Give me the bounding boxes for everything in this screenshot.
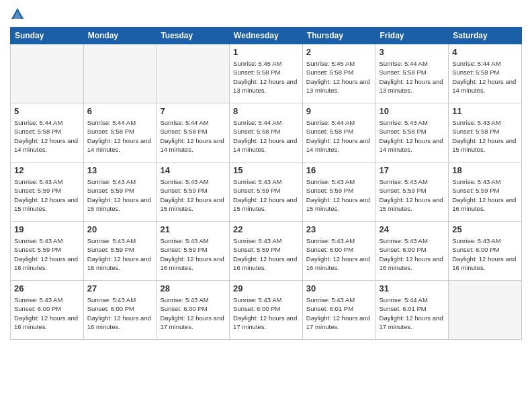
day-info: Sunrise: 5:43 AM Sunset: 5:58 PM Dayligh… <box>380 118 445 154</box>
day-number: 3 <box>380 47 445 57</box>
day-info: Sunrise: 5:43 AM Sunset: 6:00 PM Dayligh… <box>14 295 80 331</box>
day-info: Sunrise: 5:45 AM Sunset: 5:58 PM Dayligh… <box>306 59 372 95</box>
day-number: 27 <box>87 283 153 293</box>
day-info: Sunrise: 5:43 AM Sunset: 6:00 PM Dayligh… <box>306 236 372 272</box>
calendar-cell: 24Sunrise: 5:43 AM Sunset: 6:00 PM Dayli… <box>375 222 449 281</box>
day-info: Sunrise: 5:43 AM Sunset: 5:59 PM Dayligh… <box>14 236 80 272</box>
day-info: Sunrise: 5:44 AM Sunset: 5:58 PM Dayligh… <box>380 59 445 95</box>
day-number: 25 <box>452 224 518 234</box>
day-number: 13 <box>87 165 153 175</box>
week-row-4: 19Sunrise: 5:43 AM Sunset: 5:59 PM Dayli… <box>11 222 522 281</box>
day-info: Sunrise: 5:43 AM Sunset: 5:59 PM Dayligh… <box>233 177 299 213</box>
calendar-cell: 9Sunrise: 5:44 AM Sunset: 5:58 PM Daylig… <box>302 103 375 163</box>
day-info: Sunrise: 5:43 AM Sunset: 6:00 PM Dayligh… <box>233 295 299 331</box>
calendar-cell: 14Sunrise: 5:43 AM Sunset: 5:59 PM Dayli… <box>157 163 230 222</box>
day-number: 8 <box>233 106 299 116</box>
calendar-cell: 1Sunrise: 5:45 AM Sunset: 5:58 PM Daylig… <box>230 44 303 103</box>
day-info: Sunrise: 5:43 AM Sunset: 5:59 PM Dayligh… <box>87 236 153 272</box>
day-number: 16 <box>306 165 372 175</box>
day-info: Sunrise: 5:43 AM Sunset: 6:00 PM Dayligh… <box>160 295 226 331</box>
day-number: 11 <box>452 106 518 116</box>
calendar-cell: 8Sunrise: 5:44 AM Sunset: 5:58 PM Daylig… <box>230 103 303 163</box>
day-number: 20 <box>87 224 153 234</box>
day-header-thursday: Thursday <box>302 28 375 44</box>
day-info: Sunrise: 5:43 AM Sunset: 5:59 PM Dayligh… <box>160 236 226 272</box>
calendar-table: SundayMondayTuesdayWednesdayThursdayFrid… <box>10 27 522 340</box>
calendar-cell <box>449 281 522 340</box>
week-row-2: 5Sunrise: 5:44 AM Sunset: 5:58 PM Daylig… <box>11 103 522 163</box>
day-header-wednesday: Wednesday <box>230 28 303 44</box>
day-number: 14 <box>160 165 226 175</box>
calendar-cell: 26Sunrise: 5:43 AM Sunset: 6:00 PM Dayli… <box>11 281 84 340</box>
day-info: Sunrise: 5:44 AM Sunset: 6:01 PM Dayligh… <box>380 295 445 331</box>
day-info: Sunrise: 5:43 AM Sunset: 5:59 PM Dayligh… <box>233 236 299 272</box>
day-info: Sunrise: 5:43 AM Sunset: 5:58 PM Dayligh… <box>452 118 518 154</box>
day-number: 7 <box>160 106 226 116</box>
day-info: Sunrise: 5:43 AM Sunset: 6:00 PM Dayligh… <box>87 295 153 331</box>
day-info: Sunrise: 5:43 AM Sunset: 6:01 PM Dayligh… <box>306 295 372 331</box>
day-number: 2 <box>306 47 372 57</box>
calendar-cell <box>83 44 157 103</box>
day-number: 24 <box>380 224 445 234</box>
day-info: Sunrise: 5:43 AM Sunset: 5:59 PM Dayligh… <box>160 177 226 213</box>
logo-icon <box>10 7 25 21</box>
calendar-cell: 30Sunrise: 5:43 AM Sunset: 6:01 PM Dayli… <box>302 281 375 340</box>
day-number: 19 <box>14 224 80 234</box>
page-header <box>10 7 522 21</box>
day-number: 4 <box>452 47 518 57</box>
day-header-saturday: Saturday <box>449 28 522 44</box>
logo <box>10 7 28 21</box>
calendar-header-row: SundayMondayTuesdayWednesdayThursdayFrid… <box>11 28 522 44</box>
calendar-cell: 23Sunrise: 5:43 AM Sunset: 6:00 PM Dayli… <box>302 222 375 281</box>
day-info: Sunrise: 5:44 AM Sunset: 5:58 PM Dayligh… <box>14 118 80 154</box>
calendar-cell: 21Sunrise: 5:43 AM Sunset: 5:59 PM Dayli… <box>157 222 230 281</box>
calendar-cell: 22Sunrise: 5:43 AM Sunset: 5:59 PM Dayli… <box>230 222 303 281</box>
calendar-cell: 5Sunrise: 5:44 AM Sunset: 5:58 PM Daylig… <box>11 103 84 163</box>
day-info: Sunrise: 5:44 AM Sunset: 5:58 PM Dayligh… <box>233 118 299 154</box>
calendar-cell: 3Sunrise: 5:44 AM Sunset: 5:58 PM Daylig… <box>375 44 449 103</box>
day-info: Sunrise: 5:43 AM Sunset: 6:00 PM Dayligh… <box>452 236 518 272</box>
day-number: 15 <box>233 165 299 175</box>
day-number: 6 <box>87 106 153 116</box>
calendar-cell: 18Sunrise: 5:43 AM Sunset: 5:59 PM Dayli… <box>449 163 522 222</box>
day-info: Sunrise: 5:45 AM Sunset: 5:58 PM Dayligh… <box>233 59 299 95</box>
day-number: 29 <box>233 283 299 293</box>
calendar-cell: 7Sunrise: 5:44 AM Sunset: 5:58 PM Daylig… <box>157 103 230 163</box>
day-header-friday: Friday <box>375 28 449 44</box>
calendar-cell <box>11 44 84 103</box>
week-row-1: 1Sunrise: 5:45 AM Sunset: 5:58 PM Daylig… <box>11 44 522 103</box>
day-info: Sunrise: 5:44 AM Sunset: 5:58 PM Dayligh… <box>452 59 518 95</box>
calendar-cell: 13Sunrise: 5:43 AM Sunset: 5:59 PM Dayli… <box>83 163 157 222</box>
calendar-cell: 28Sunrise: 5:43 AM Sunset: 6:00 PM Dayli… <box>157 281 230 340</box>
calendar-cell: 25Sunrise: 5:43 AM Sunset: 6:00 PM Dayli… <box>449 222 522 281</box>
day-info: Sunrise: 5:43 AM Sunset: 5:59 PM Dayligh… <box>14 177 80 213</box>
calendar-cell: 17Sunrise: 5:43 AM Sunset: 5:59 PM Dayli… <box>375 163 449 222</box>
day-info: Sunrise: 5:44 AM Sunset: 5:58 PM Dayligh… <box>160 118 226 154</box>
week-row-3: 12Sunrise: 5:43 AM Sunset: 5:59 PM Dayli… <box>11 163 522 222</box>
calendar-cell: 4Sunrise: 5:44 AM Sunset: 5:58 PM Daylig… <box>449 44 522 103</box>
day-number: 26 <box>14 283 80 293</box>
calendar-cell: 19Sunrise: 5:43 AM Sunset: 5:59 PM Dayli… <box>11 222 84 281</box>
day-info: Sunrise: 5:43 AM Sunset: 5:59 PM Dayligh… <box>452 177 518 213</box>
calendar-cell: 6Sunrise: 5:44 AM Sunset: 5:58 PM Daylig… <box>83 103 157 163</box>
day-header-monday: Monday <box>83 28 157 44</box>
day-number: 10 <box>380 106 445 116</box>
calendar-cell <box>157 44 230 103</box>
calendar-cell: 15Sunrise: 5:43 AM Sunset: 5:59 PM Dayli… <box>230 163 303 222</box>
day-number: 17 <box>380 165 445 175</box>
day-number: 22 <box>233 224 299 234</box>
day-header-sunday: Sunday <box>11 28 84 44</box>
calendar-cell: 20Sunrise: 5:43 AM Sunset: 5:59 PM Dayli… <box>83 222 157 281</box>
calendar-cell: 31Sunrise: 5:44 AM Sunset: 6:01 PM Dayli… <box>375 281 449 340</box>
day-number: 12 <box>14 165 80 175</box>
day-number: 21 <box>160 224 226 234</box>
week-row-5: 26Sunrise: 5:43 AM Sunset: 6:00 PM Dayli… <box>11 281 522 340</box>
day-number: 23 <box>306 224 372 234</box>
calendar-cell: 16Sunrise: 5:43 AM Sunset: 5:59 PM Dayli… <box>302 163 375 222</box>
calendar-cell: 2Sunrise: 5:45 AM Sunset: 5:58 PM Daylig… <box>302 44 375 103</box>
day-info: Sunrise: 5:44 AM Sunset: 5:58 PM Dayligh… <box>87 118 153 154</box>
day-number: 31 <box>380 283 445 293</box>
day-number: 5 <box>14 106 80 116</box>
calendar-cell: 29Sunrise: 5:43 AM Sunset: 6:00 PM Dayli… <box>230 281 303 340</box>
day-header-tuesday: Tuesday <box>157 28 230 44</box>
